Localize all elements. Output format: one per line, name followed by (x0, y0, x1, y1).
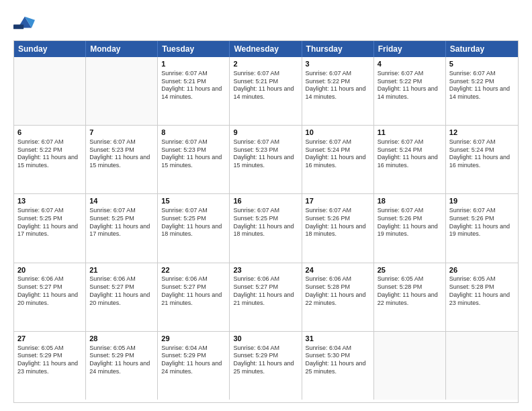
cell-info: Sunrise: 6:04 AM Sunset: 5:29 PM Dayligh… (233, 345, 298, 376)
svg-rect-2 (13, 25, 24, 30)
day-number: 7 (89, 128, 154, 138)
calendar-cell: 23Sunrise: 6:06 AM Sunset: 5:27 PM Dayli… (230, 263, 302, 331)
day-of-week-monday: Monday (86, 41, 158, 57)
day-number: 29 (161, 334, 226, 344)
calendar-cell: 21Sunrise: 6:06 AM Sunset: 5:27 PM Dayli… (86, 263, 158, 331)
cell-info: Sunrise: 6:06 AM Sunset: 5:27 PM Dayligh… (161, 275, 226, 307)
cell-info: Sunrise: 6:05 AM Sunset: 5:29 PM Dayligh… (17, 345, 82, 376)
day-number: 8 (161, 128, 226, 138)
day-number: 13 (17, 196, 82, 206)
day-number: 22 (161, 265, 226, 275)
calendar-cell: 1Sunrise: 6:07 AM Sunset: 5:21 PM Daylig… (158, 57, 230, 125)
calendar-cell: 3Sunrise: 6:07 AM Sunset: 5:22 PM Daylig… (302, 57, 374, 125)
cell-info: Sunrise: 6:05 AM Sunset: 5:28 PM Dayligh… (378, 275, 442, 307)
day-number: 12 (449, 128, 515, 138)
calendar-cell: 31Sunrise: 6:04 AM Sunset: 5:30 PM Dayli… (302, 332, 374, 400)
day-number: 31 (306, 334, 370, 344)
day-number: 26 (449, 265, 515, 275)
calendar-cell: 28Sunrise: 6:05 AM Sunset: 5:29 PM Dayli… (86, 332, 158, 400)
day-number: 3 (306, 59, 370, 69)
day-number: 20 (17, 265, 82, 275)
cell-info: Sunrise: 6:07 AM Sunset: 5:22 PM Dayligh… (449, 70, 515, 101)
calendar-cell: 5Sunrise: 6:07 AM Sunset: 5:22 PM Daylig… (446, 57, 518, 125)
calendar-cell: 13Sunrise: 6:07 AM Sunset: 5:25 PM Dayli… (14, 194, 86, 262)
day-number: 5 (449, 59, 515, 69)
calendar-cell (14, 57, 86, 125)
day-of-week-saturday: Saturday (446, 41, 518, 57)
cell-info: Sunrise: 6:06 AM Sunset: 5:27 PM Dayligh… (233, 275, 298, 307)
day-number: 21 (89, 265, 154, 275)
day-number: 16 (233, 196, 298, 206)
cell-info: Sunrise: 6:07 AM Sunset: 5:23 PM Dayligh… (89, 138, 154, 170)
day-of-week-thursday: Thursday (302, 41, 374, 57)
calendar-cell: 26Sunrise: 6:05 AM Sunset: 5:28 PM Dayli… (446, 263, 518, 331)
calendar-cell (86, 57, 158, 125)
calendar-cell: 9Sunrise: 6:07 AM Sunset: 5:23 PM Daylig… (230, 126, 302, 193)
day-number: 2 (233, 59, 298, 69)
calendar-cell: 27Sunrise: 6:05 AM Sunset: 5:29 PM Dayli… (14, 332, 86, 400)
day-number: 9 (233, 128, 298, 138)
day-of-week-friday: Friday (374, 41, 446, 57)
calendar-week-5: 27Sunrise: 6:05 AM Sunset: 5:29 PM Dayli… (14, 332, 518, 400)
day-number: 23 (233, 265, 298, 275)
calendar-cell: 8Sunrise: 6:07 AM Sunset: 5:23 PM Daylig… (158, 126, 230, 193)
calendar-cell: 30Sunrise: 6:04 AM Sunset: 5:29 PM Dayli… (230, 332, 302, 400)
calendar-cell: 19Sunrise: 6:07 AM Sunset: 5:26 PM Dayli… (446, 194, 518, 262)
cell-info: Sunrise: 6:07 AM Sunset: 5:22 PM Dayligh… (378, 70, 442, 101)
day-number: 30 (233, 334, 298, 344)
calendar-cell: 20Sunrise: 6:06 AM Sunset: 5:27 PM Dayli… (14, 263, 86, 331)
header (13, 12, 519, 34)
calendar-cell: 4Sunrise: 6:07 AM Sunset: 5:22 PM Daylig… (374, 57, 446, 125)
calendar-cell: 14Sunrise: 6:07 AM Sunset: 5:25 PM Dayli… (86, 194, 158, 262)
calendar-cell: 15Sunrise: 6:07 AM Sunset: 5:25 PM Dayli… (158, 194, 230, 262)
calendar-cell: 2Sunrise: 6:07 AM Sunset: 5:21 PM Daylig… (230, 57, 302, 125)
calendar-week-3: 13Sunrise: 6:07 AM Sunset: 5:25 PM Dayli… (14, 194, 518, 263)
cell-info: Sunrise: 6:07 AM Sunset: 5:21 PM Dayligh… (161, 70, 226, 101)
cell-info: Sunrise: 6:07 AM Sunset: 5:25 PM Dayligh… (233, 207, 298, 238)
calendar-cell: 7Sunrise: 6:07 AM Sunset: 5:23 PM Daylig… (86, 126, 158, 193)
cell-info: Sunrise: 6:06 AM Sunset: 5:27 PM Dayligh… (89, 275, 154, 307)
calendar-cell: 16Sunrise: 6:07 AM Sunset: 5:25 PM Dayli… (230, 194, 302, 262)
day-of-week-tuesday: Tuesday (158, 41, 230, 57)
cell-info: Sunrise: 6:04 AM Sunset: 5:30 PM Dayligh… (306, 345, 370, 376)
calendar-cell: 22Sunrise: 6:06 AM Sunset: 5:27 PM Dayli… (158, 263, 230, 331)
calendar-cell (374, 332, 446, 400)
cell-info: Sunrise: 6:07 AM Sunset: 5:21 PM Dayligh… (233, 70, 298, 101)
page: SundayMondayTuesdayWednesdayThursdayFrid… (0, 0, 532, 411)
calendar-week-2: 6Sunrise: 6:07 AM Sunset: 5:22 PM Daylig… (14, 126, 518, 194)
day-number: 18 (378, 196, 442, 206)
cell-info: Sunrise: 6:06 AM Sunset: 5:27 PM Dayligh… (17, 275, 82, 307)
day-number: 15 (161, 196, 226, 206)
cell-info: Sunrise: 6:07 AM Sunset: 5:26 PM Dayligh… (306, 207, 370, 238)
calendar-cell: 25Sunrise: 6:05 AM Sunset: 5:28 PM Dayli… (374, 263, 446, 331)
day-number: 28 (89, 334, 154, 344)
day-of-week-sunday: Sunday (14, 41, 86, 57)
cell-info: Sunrise: 6:05 AM Sunset: 5:29 PM Dayligh… (89, 345, 154, 376)
cell-info: Sunrise: 6:07 AM Sunset: 5:22 PM Dayligh… (306, 70, 370, 101)
cell-info: Sunrise: 6:07 AM Sunset: 5:25 PM Dayligh… (89, 207, 154, 238)
cell-info: Sunrise: 6:06 AM Sunset: 5:28 PM Dayligh… (306, 275, 370, 307)
cell-info: Sunrise: 6:07 AM Sunset: 5:25 PM Dayligh… (17, 207, 82, 238)
calendar-body: 1Sunrise: 6:07 AM Sunset: 5:21 PM Daylig… (14, 57, 518, 400)
cell-info: Sunrise: 6:05 AM Sunset: 5:28 PM Dayligh… (449, 275, 515, 307)
cell-info: Sunrise: 6:07 AM Sunset: 5:26 PM Dayligh… (378, 207, 442, 238)
day-number: 14 (89, 196, 154, 206)
day-number: 4 (378, 59, 442, 69)
calendar: SundayMondayTuesdayWednesdayThursdayFrid… (13, 40, 519, 403)
calendar-cell (446, 332, 518, 400)
calendar-cell: 18Sunrise: 6:07 AM Sunset: 5:26 PM Dayli… (374, 194, 446, 262)
day-of-week-wednesday: Wednesday (230, 41, 302, 57)
day-number: 27 (17, 334, 82, 344)
cell-info: Sunrise: 6:07 AM Sunset: 5:25 PM Dayligh… (161, 207, 226, 238)
day-number: 1 (161, 59, 226, 69)
day-number: 24 (306, 265, 370, 275)
calendar-cell: 29Sunrise: 6:04 AM Sunset: 5:29 PM Dayli… (158, 332, 230, 400)
cell-info: Sunrise: 6:07 AM Sunset: 5:23 PM Dayligh… (233, 138, 298, 170)
calendar-header: SundayMondayTuesdayWednesdayThursdayFrid… (14, 41, 518, 57)
day-number: 6 (17, 128, 82, 138)
calendar-cell: 24Sunrise: 6:06 AM Sunset: 5:28 PM Dayli… (302, 263, 374, 331)
cell-info: Sunrise: 6:07 AM Sunset: 5:24 PM Dayligh… (306, 138, 370, 170)
calendar-cell: 10Sunrise: 6:07 AM Sunset: 5:24 PM Dayli… (302, 126, 374, 193)
calendar-cell: 11Sunrise: 6:07 AM Sunset: 5:24 PM Dayli… (374, 126, 446, 193)
day-number: 11 (378, 128, 442, 138)
